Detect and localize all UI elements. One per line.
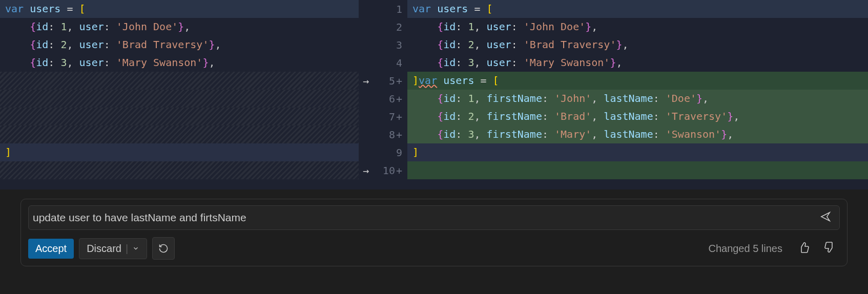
- modified-pane[interactable]: var users = [ {id: 1, user: 'John Doe'},…: [407, 0, 868, 190]
- gutter-line: 4: [359, 54, 407, 72]
- ai-input-panel: Accept Discard | Changed 5 lines: [20, 199, 848, 266]
- modified-line[interactable]: ]var users = [: [407, 72, 868, 90]
- original-line[interactable]: {id: 2, user: 'Brad Traversy'},: [0, 36, 359, 54]
- line-gutter: 1234→5+6+7+8+9→10+: [359, 0, 407, 190]
- gutter-line: 6+: [359, 90, 407, 108]
- modified-line[interactable]: {id: 1, user: 'John Doe'},: [407, 18, 868, 36]
- insert-arrow-icon: →: [363, 164, 369, 177]
- insert-arrow-icon: →: [363, 75, 369, 87]
- action-row: Accept Discard | Changed 5 lines: [28, 237, 840, 260]
- modified-line[interactable]: ]: [407, 143, 868, 161]
- diff-view: var users = [ {id: 1, user: 'John Doe'},…: [0, 0, 868, 190]
- gutter-line: 9: [359, 143, 407, 161]
- original-line[interactable]: [0, 90, 359, 108]
- original-line[interactable]: ]: [0, 143, 359, 161]
- discard-button[interactable]: Discard |: [79, 238, 147, 259]
- gutter-line: 8+: [359, 125, 407, 143]
- discard-label: Discard: [87, 243, 121, 255]
- separator: |: [126, 243, 128, 255]
- gutter-line: →5+: [359, 72, 407, 90]
- send-icon[interactable]: [816, 209, 835, 226]
- original-line[interactable]: var users = [: [0, 0, 359, 18]
- gutter-line: →10+: [359, 161, 407, 179]
- modified-line[interactable]: {id: 3, firstName: 'Mary', lastName: 'Sw…: [407, 125, 868, 143]
- regenerate-button[interactable]: [152, 237, 175, 260]
- modified-line[interactable]: {id: 2, firstName: 'Brad', lastName: 'Tr…: [407, 108, 868, 125]
- original-pane[interactable]: var users = [ {id: 1, user: 'John Doe'},…: [0, 0, 359, 190]
- accept-button[interactable]: Accept: [28, 239, 74, 259]
- thumbs-up-icon[interactable]: [794, 239, 814, 258]
- original-line[interactable]: [0, 125, 359, 143]
- original-line[interactable]: {id: 1, user: 'John Doe'},: [0, 18, 359, 36]
- gutter-line: 7+: [359, 108, 407, 125]
- prompt-input[interactable]: [33, 212, 816, 224]
- gutter-line: 3: [359, 36, 407, 54]
- chevron-down-icon: [132, 243, 139, 255]
- original-line[interactable]: [0, 72, 359, 90]
- modified-line[interactable]: var users = [: [407, 0, 868, 18]
- gutter-line: 2: [359, 18, 407, 36]
- gutter-line: 1: [359, 0, 407, 18]
- prompt-input-row: [28, 205, 840, 230]
- modified-line[interactable]: [407, 161, 868, 179]
- changed-lines-status: Changed 5 lines: [708, 243, 782, 255]
- thumbs-down-icon[interactable]: [819, 239, 840, 258]
- modified-line[interactable]: {id: 3, user: 'Mary Swanson'},: [407, 54, 868, 72]
- original-line[interactable]: {id: 3, user: 'Mary Swanson'},: [0, 54, 359, 72]
- original-line[interactable]: [0, 161, 359, 179]
- original-line[interactable]: [0, 108, 359, 125]
- modified-line[interactable]: {id: 2, user: 'Brad Traversy'},: [407, 36, 868, 54]
- modified-line[interactable]: {id: 1, firstName: 'John', lastName: 'Do…: [407, 90, 868, 108]
